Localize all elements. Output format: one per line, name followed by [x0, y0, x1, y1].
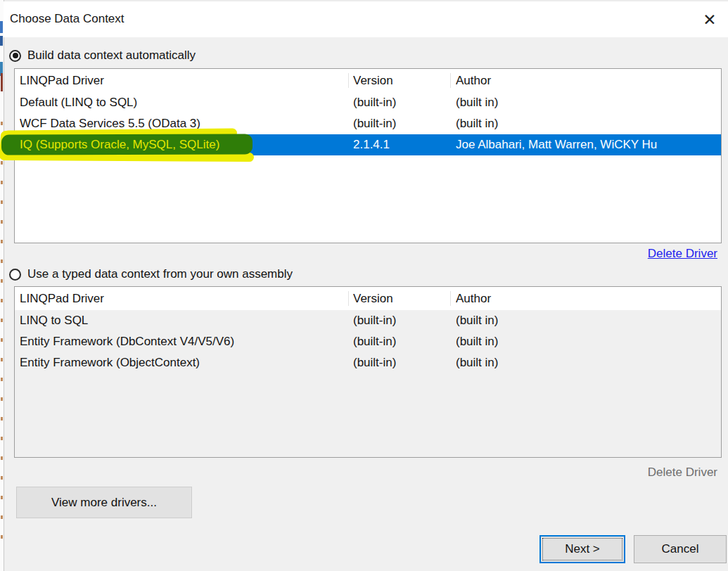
auto-driver-list: LINQPad Driver Version Author Default (L… — [14, 68, 722, 243]
driver-version: (built-in) — [353, 352, 456, 373]
driver-name: Default (LINQ to SQL) — [20, 92, 353, 113]
background-window-edge — [0, 0, 4, 571]
column-header-driver[interactable]: LINQPad Driver — [20, 292, 353, 306]
driver-version: 2.1.4.1 — [353, 134, 456, 155]
driver-version: (built-in) — [353, 331, 456, 352]
driver-version: (built-in) — [353, 92, 456, 113]
driver-row-linq-to-sql[interactable]: LINQ to SQL (built-in) (built in) — [15, 310, 721, 331]
driver-name: Entity Framework (DbContext V4/V5/V6) — [20, 331, 353, 352]
header-separator — [348, 291, 349, 306]
column-header-author[interactable]: Author — [456, 292, 721, 306]
header-separator — [450, 73, 451, 88]
dialog-title: Choose Data Context — [10, 1, 124, 37]
radio-button-icon[interactable] — [9, 50, 21, 62]
driver-version: (built-in) — [353, 310, 456, 331]
delete-driver-link[interactable]: Delete Driver — [648, 247, 717, 261]
radio-typed-context-label: Use a typed data context from your own a… — [27, 267, 293, 281]
typed-driver-list: LINQPad Driver Version Author LINQ to SQ… — [14, 286, 722, 458]
driver-author: Joe Albahari, Matt Warren, WiCKY Hu — [456, 134, 721, 155]
next-button-label: Next > — [565, 542, 600, 556]
column-header-author[interactable]: Author — [456, 74, 721, 88]
radio-build-auto-label: Build data context automatically — [27, 49, 196, 63]
radio-build-auto[interactable]: Build data context automatically — [9, 49, 196, 63]
driver-author: (built in) — [456, 352, 721, 373]
delete-driver-link-disabled: Delete Driver — [648, 466, 717, 480]
radio-typed-context[interactable]: Use a typed data context from your own a… — [9, 267, 293, 281]
choose-data-context-dialog: Choose Data Context ✕ Build data context… — [0, 0, 728, 571]
driver-author: (built in) — [456, 310, 721, 331]
header-separator — [450, 291, 451, 306]
next-button[interactable]: Next > — [539, 535, 625, 563]
radio-button-icon[interactable] — [9, 269, 21, 281]
view-more-drivers-button[interactable]: View more drivers... — [16, 487, 192, 518]
driver-name: Entity Framework (ObjectContext) — [20, 352, 353, 373]
driver-row-ef-dbcontext[interactable]: Entity Framework (DbContext V4/V5/V6) (b… — [15, 331, 721, 352]
driver-version: (built-in) — [353, 113, 456, 134]
driver-author: (built in) — [456, 92, 721, 113]
close-icon: ✕ — [703, 11, 716, 29]
close-button[interactable]: ✕ — [698, 8, 721, 31]
driver-name: WCF Data Services 5.5 (OData 3) — [20, 113, 353, 134]
auto-list-header: LINQPad Driver Version Author — [15, 69, 721, 92]
edge-mark — [1, 73, 3, 91]
cancel-button[interactable]: Cancel — [634, 535, 727, 563]
driver-row-iq-selected[interactable]: IQ (Supports Oracle, MySQL, SQLite) 2.1.… — [15, 134, 721, 155]
driver-row-wcf-data-services[interactable]: WCF Data Services 5.5 (OData 3) (built-i… — [15, 113, 721, 134]
title-bar: Choose Data Context ✕ — [4, 1, 728, 37]
driver-row-default-linq-to-sql[interactable]: Default (LINQ to SQL) (built-in) (built … — [15, 92, 721, 113]
edge-mark — [0, 21, 3, 33]
driver-name: IQ (Supports Oracle, MySQL, SQLite) — [20, 134, 353, 155]
driver-name: LINQ to SQL — [20, 310, 353, 331]
driver-author: (built in) — [456, 331, 721, 352]
edge-dots — [1, 105, 3, 541]
column-header-version[interactable]: Version — [353, 74, 456, 88]
edge-mark — [0, 36, 3, 46]
column-header-version[interactable]: Version — [353, 292, 456, 306]
column-header-driver[interactable]: LINQPad Driver — [20, 74, 353, 88]
driver-author: (built in) — [456, 113, 721, 134]
typed-list-header: LINQPad Driver Version Author — [15, 287, 721, 310]
header-separator — [348, 73, 349, 88]
driver-row-ef-objectcontext[interactable]: Entity Framework (ObjectContext) (built-… — [15, 352, 721, 373]
